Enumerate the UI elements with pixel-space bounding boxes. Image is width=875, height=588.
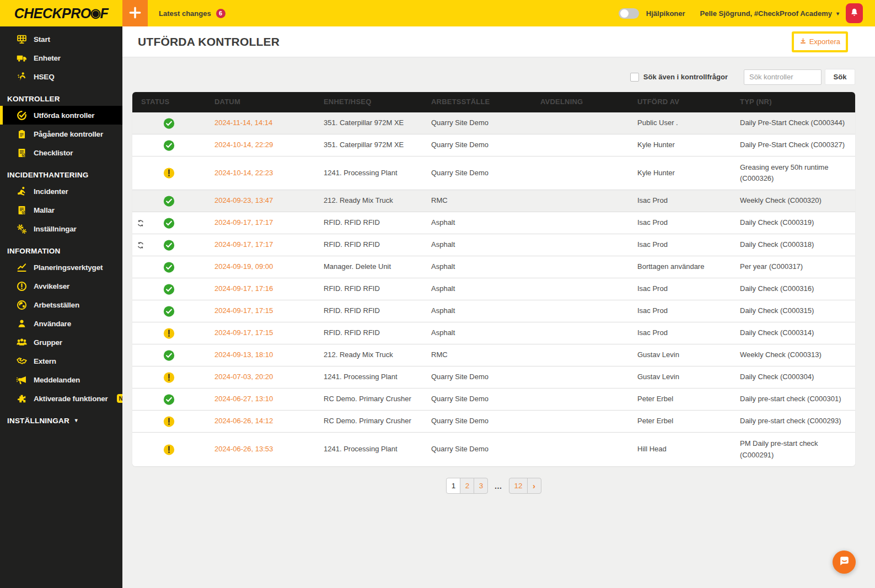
table-row[interactable]: 2024-09-23, 13:47212. Ready Mix TruckRMC… [132, 190, 855, 212]
chat-icon [838, 554, 851, 570]
sidebar-item-aktiverade-funktioner[interactable]: Aktiverade funktionerNY [0, 389, 122, 408]
sidebar-item-extern[interactable]: Extern [0, 352, 122, 370]
check-date-link[interactable]: 2024-09-17, 17:15 [206, 305, 315, 316]
page-button-12[interactable]: 12 [509, 478, 527, 494]
check-date-link[interactable]: 2024-10-14, 22:29 [206, 139, 315, 150]
cell-typ: Daily Pre-Start Check (C000327) [731, 139, 855, 150]
chat-bubble-button[interactable] [833, 551, 856, 574]
sync-icon [137, 241, 144, 249]
check-date-link[interactable]: 2024-09-17, 17:17 [206, 217, 315, 228]
cell-enhet: RC Demo. Primary Crusher [315, 416, 422, 427]
check-date-link[interactable]: 2024-09-17, 17:16 [206, 283, 315, 294]
sidebar-item-pågående-kontroller[interactable]: Pågående kontroller [0, 125, 122, 143]
cell-arbetsstalle: Asphalt [422, 239, 532, 250]
cell-utford-av: Borttagen användare [629, 261, 731, 272]
table-row[interactable]: 2024-09-17, 17:15RFID. RFID RFIDAsphaltI… [132, 300, 855, 322]
sidebar-item-arbetsställen[interactable]: Arbetsställen [0, 295, 122, 314]
column-header-datum: DATUM [206, 96, 315, 107]
cell-utford-av: Isac Prod [629, 217, 731, 228]
cell-utford-av: Peter Erbel [629, 416, 731, 427]
status-ok-icon [163, 283, 175, 295]
sidebar-item-hseq[interactable]: HSEQ [0, 67, 122, 86]
latest-changes-link[interactable]: Latest changes 6 [159, 9, 226, 18]
check-date-link[interactable]: 2024-06-26, 13:53 [206, 444, 315, 455]
sidebar-item-label: Pågående kontroller [34, 130, 103, 138]
table-row[interactable]: 2024-09-19, 09:00Manager. Delete UnitAsp… [132, 256, 855, 278]
check-date-link[interactable]: 2024-09-17, 17:17 [206, 239, 315, 250]
table-row[interactable]: 2024-09-13, 18:10212. Ready Mix TruckRMC… [132, 344, 855, 366]
cell-arbetsstalle: Quarry Site Demo [422, 393, 532, 404]
sidebar-item-avvikelser[interactable]: Avvikelser [0, 277, 122, 295]
check-date-link[interactable]: 2024-07-03, 20:20 [206, 371, 315, 382]
table-row[interactable]: 2024-10-14, 22:231241. Processing PlantQ… [132, 157, 855, 190]
status-ok-icon [163, 393, 175, 405]
check-date-link[interactable]: 2024-06-26, 14:12 [206, 416, 315, 427]
search-input[interactable] [744, 69, 822, 85]
sidebar-item-inställningar[interactable]: Inställningar [0, 219, 122, 238]
check-date-link[interactable]: 2024-06-27, 13:10 [206, 393, 315, 404]
sidebar-section-label: INSTÄLLNINGAR [7, 417, 69, 425]
sidebar-item-mallar[interactable]: Mallar [0, 201, 122, 219]
next-page-button[interactable]: › [527, 478, 541, 494]
sidebar-item-meddelanden[interactable]: Meddelanden [0, 370, 122, 389]
sidebar-item-label: Användare [34, 320, 71, 328]
page-button-1[interactable]: 1 [446, 478, 460, 494]
cell-typ: Daily Check (C000304) [731, 371, 855, 382]
status-ok-icon [163, 139, 175, 151]
cell-arbetsstalle: Quarry Site Demo [422, 139, 532, 150]
check-date-link[interactable]: 2024-09-13, 18:10 [206, 349, 315, 360]
search-questions-option[interactable]: Sök även i kontrollfrågor [630, 73, 728, 82]
table-row[interactable]: 2024-09-17, 17:17RFID. RFID RFIDAsphaltI… [132, 212, 855, 234]
sidebar-item-start[interactable]: Start [0, 30, 122, 48]
add-button[interactable] [122, 0, 148, 26]
cell-enhet: RFID. RFID RFID [315, 305, 422, 316]
table-row[interactable]: 2024-11-14, 14:14351. Caterpillar 972M X… [132, 112, 855, 134]
notifications-button[interactable] [846, 3, 863, 23]
topbar-right: Hjälpikoner Pelle Sjögrund, #CheckProof … [619, 3, 875, 23]
search-questions-checkbox[interactable] [630, 73, 639, 82]
user-menu[interactable]: Pelle Sjögrund, #CheckProof Academy ▾ [700, 9, 839, 18]
table-row[interactable]: 2024-06-27, 13:10RC Demo. Primary Crushe… [132, 389, 855, 411]
user-menu-label: Pelle Sjögrund, #CheckProof Academy [700, 9, 832, 18]
table-row[interactable]: 2024-09-17, 17:16RFID. RFID RFIDAsphaltI… [132, 278, 855, 300]
checkproof-logo[interactable]: CHECKPRO◉F [0, 0, 122, 26]
sidebar-item-checklistor[interactable]: Checklistor [0, 143, 122, 162]
check-date-link[interactable]: 2024-09-17, 17:15 [206, 327, 315, 338]
sidebar-item-enheter[interactable]: Enheter [0, 48, 122, 67]
check-date-link[interactable]: 2024-11-14, 14:14 [206, 117, 315, 128]
page-button-3[interactable]: 3 [474, 478, 488, 494]
table-row[interactable]: 2024-07-03, 20:201241. Processing PlantQ… [132, 366, 855, 389]
cell-utford-av: Isac Prod [629, 305, 731, 316]
check-date-link[interactable]: 2024-09-19, 09:00 [206, 261, 315, 272]
table-row[interactable]: 2024-06-26, 14:12RC Demo. Primary Crushe… [132, 411, 855, 433]
page-button-2[interactable]: 2 [460, 478, 474, 494]
incidents-icon [16, 186, 28, 197]
sidebar-item-label: Arbetsställen [34, 301, 79, 309]
sidebar-item-planeringsverktyget[interactable]: Planeringsverktyget [0, 258, 122, 277]
sidebar-section-inställningar[interactable]: INSTÄLLNINGAR▼ [0, 413, 122, 428]
sidebar-item-incidenter[interactable]: Incidenter [0, 182, 122, 201]
sidebar-item-utförda-kontroller[interactable]: Utförda kontroller [0, 106, 122, 125]
help-icons-toggle[interactable] [619, 8, 639, 19]
sidebar-item-användare[interactable]: Användare [0, 314, 122, 333]
cell-status [132, 389, 206, 410]
export-button-inner[interactable]: Exportera [795, 35, 845, 49]
check-date-link[interactable]: 2024-10-14, 22:23 [206, 168, 315, 179]
cell-enhet: 1241. Processing Plant [315, 444, 422, 455]
cell-utford-av: Hill Head [629, 444, 731, 455]
table-row[interactable]: 2024-06-26, 13:531241. Processing PlantQ… [132, 433, 855, 466]
table-row[interactable]: 2024-09-17, 17:15RFID. RFID RFIDAsphaltI… [132, 322, 855, 344]
cell-utford-av: Kyle Hunter [629, 139, 731, 150]
status-warning-icon [163, 444, 175, 455]
table-row[interactable]: 2024-09-17, 17:17RFID. RFID RFIDAsphaltI… [132, 234, 855, 256]
table-row[interactable]: 2024-10-14, 22:29351. Caterpillar 972M X… [132, 134, 855, 157]
search-button[interactable]: Sök [825, 69, 855, 85]
sidebar-item-grupper[interactable]: Grupper [0, 333, 122, 352]
cell-utford-av: Isac Prod [629, 327, 731, 338]
cell-utford-av: Public User . [629, 117, 731, 128]
latest-changes-label: Latest changes [159, 9, 211, 18]
sidebar-section-label: KONTROLLER [7, 95, 60, 103]
export-button[interactable]: Exportera [792, 31, 848, 52]
check-date-link[interactable]: 2024-09-23, 13:47 [206, 195, 315, 206]
cell-arbetsstalle: Asphalt [422, 305, 532, 316]
